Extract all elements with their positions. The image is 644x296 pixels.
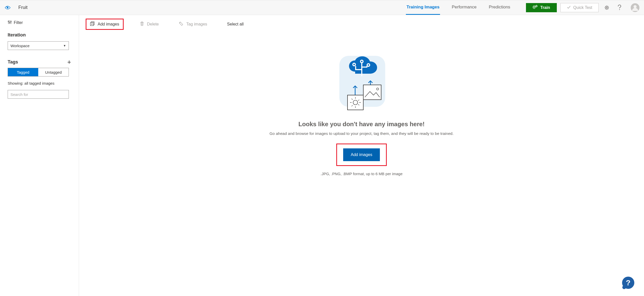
tag-images-toolbar-button[interactable]: Tag images bbox=[175, 19, 211, 29]
add-images-toolbar-button[interactable]: Add images bbox=[86, 19, 124, 30]
svg-point-7 bbox=[605, 6, 608, 9]
filter-label: Filter bbox=[14, 20, 23, 25]
add-tag-button[interactable]: + bbox=[67, 59, 71, 65]
user-avatar[interactable] bbox=[631, 3, 639, 12]
svg-point-12 bbox=[9, 22, 10, 23]
showing-text: Showing: all tagged images bbox=[8, 81, 71, 85]
gears-icon bbox=[533, 5, 538, 10]
select-all-toolbar-button[interactable]: Select all bbox=[224, 20, 247, 29]
svg-text:?: ? bbox=[626, 278, 630, 287]
tags-section-label: Tags bbox=[8, 59, 18, 65]
empty-state-title: Looks like you don't have any images her… bbox=[298, 121, 424, 128]
settings-button[interactable] bbox=[602, 3, 611, 12]
tab-performance[interactable]: Performance bbox=[451, 0, 477, 15]
iteration-select[interactable]: Workspace ▼ bbox=[8, 41, 69, 50]
tab-training-images[interactable]: Training Images bbox=[406, 0, 440, 15]
delete-toolbar-label: Delete bbox=[147, 22, 159, 27]
untagged-toggle[interactable]: Untagged bbox=[38, 68, 69, 76]
tag-icon bbox=[179, 21, 183, 27]
train-button[interactable]: Train bbox=[526, 3, 557, 12]
add-images-toolbar-label: Add images bbox=[98, 22, 119, 27]
empty-state-subtitle: Go ahead and browse for images to upload… bbox=[269, 131, 454, 136]
tag-images-toolbar-label: Tag images bbox=[186, 22, 207, 27]
filter-header[interactable]: Filter bbox=[8, 20, 71, 25]
trash-icon bbox=[140, 21, 144, 27]
chat-help-fab[interactable]: ? bbox=[621, 276, 635, 290]
help-button[interactable] bbox=[615, 3, 624, 12]
train-button-label: Train bbox=[540, 5, 550, 10]
svg-point-13 bbox=[10, 21, 11, 22]
svg-rect-20 bbox=[363, 85, 381, 100]
svg-point-11 bbox=[8, 21, 9, 22]
svg-point-5 bbox=[536, 6, 537, 6]
quick-test-button[interactable]: Quick Test bbox=[560, 3, 599, 12]
project-name: Fruit bbox=[18, 5, 28, 10]
quick-test-label: Quick Test bbox=[573, 5, 592, 10]
svg-point-10 bbox=[634, 5, 637, 8]
add-images-button[interactable]: Add images bbox=[343, 148, 380, 161]
tag-search-input[interactable] bbox=[8, 90, 69, 99]
svg-point-15 bbox=[180, 22, 180, 23]
sliders-icon bbox=[8, 20, 12, 25]
svg-point-6 bbox=[606, 7, 608, 8]
tagged-toggle[interactable]: Tagged bbox=[8, 68, 38, 76]
iteration-section-label: Iteration bbox=[8, 32, 71, 38]
select-all-label: Select all bbox=[227, 22, 244, 27]
check-icon bbox=[567, 5, 571, 10]
empty-state-illustration bbox=[335, 54, 388, 113]
formats-hint: .JPG, .PNG, .BMP format, up to 6 MB per … bbox=[320, 172, 403, 176]
svg-point-8 bbox=[619, 9, 620, 10]
svg-point-3 bbox=[534, 7, 535, 7]
add-image-icon bbox=[90, 21, 95, 27]
chevron-down-icon: ▼ bbox=[63, 44, 66, 47]
tab-predictions[interactable]: Predictions bbox=[488, 0, 511, 15]
iteration-selected-value: Workspace bbox=[10, 44, 30, 48]
tag-filter-toggle: Tagged Untagged bbox=[8, 68, 69, 76]
add-images-highlight-box: Add images bbox=[336, 144, 387, 166]
eye-logo-icon[interactable] bbox=[5, 5, 11, 11]
delete-toolbar-button[interactable]: Delete bbox=[136, 19, 162, 29]
